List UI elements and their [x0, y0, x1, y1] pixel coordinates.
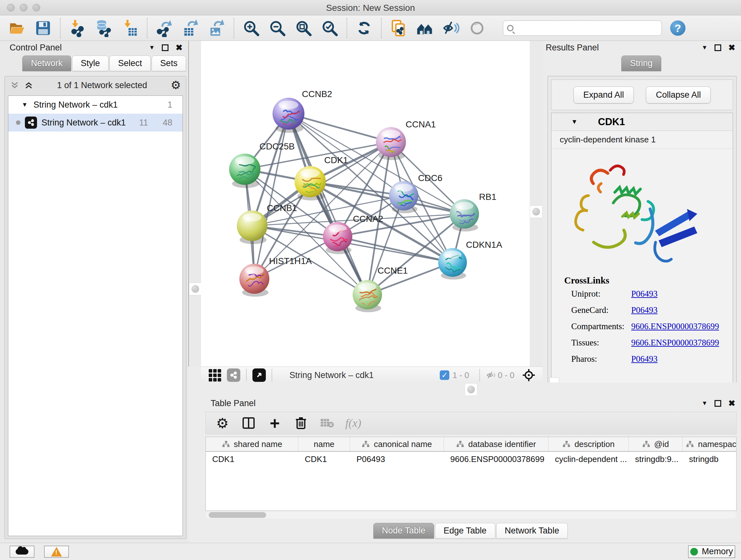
expand-all-icon[interactable] [24, 80, 33, 90]
splitter-knob[interactable] [192, 285, 199, 293]
collapse-all-icon[interactable] [10, 80, 19, 90]
crosslink-link[interactable]: 9606.ENSP00000378699 [631, 338, 719, 348]
export-table-icon[interactable] [181, 18, 200, 38]
memory-button[interactable]: Memory [688, 545, 735, 558]
network-manager: 1 of 1 Network selected ⚙ ▼ String Netwo… [4, 76, 186, 539]
network-node-CDC6[interactable] [389, 181, 423, 213]
column-header-description[interactable]: description [549, 437, 629, 451]
network-options-gear-icon[interactable]: ⚙ [171, 78, 181, 92]
selected-checkbox-icon[interactable]: ✓ [440, 370, 449, 380]
network-collection-row[interactable]: ▼ String Network – cdk1 1 [8, 96, 183, 114]
warnings-button[interactable] [44, 546, 69, 558]
expand-all-button[interactable]: Expand All [574, 86, 634, 104]
column-header-name[interactable]: name [298, 437, 350, 451]
cloud-button[interactable] [10, 546, 35, 558]
close-panel-icon[interactable]: ✖ [728, 43, 735, 53]
import-network-icon[interactable] [68, 18, 87, 38]
close-panel-icon[interactable]: ✖ [176, 43, 183, 53]
network-row[interactable]: String Network – cdk1 11 48 [8, 114, 183, 132]
home-icon[interactable] [415, 18, 434, 38]
control-panel: Control Panel ▼ ✖ NetworkStyleSelectSets… [0, 41, 188, 543]
fit-selected-crosshair-icon[interactable] [522, 368, 536, 382]
column-header--id[interactable]: @id [629, 437, 683, 451]
import-table-icon[interactable] [120, 18, 140, 38]
network-list: ▼ String Network – cdk1 1 String Network… [8, 96, 183, 536]
network-node-CDKN1A[interactable] [438, 248, 471, 280]
network-node-HIST1H1A[interactable] [239, 264, 274, 297]
column-header-shared-name[interactable]: shared name [206, 437, 298, 451]
float-panel-icon[interactable]: ▼ [701, 400, 708, 407]
collapse-all-button[interactable]: Collapse All [646, 86, 711, 104]
results-panel: Results Panel ▼ ✖ String Expand All Coll… [542, 41, 741, 396]
horizontal-splitter[interactable] [201, 382, 741, 396]
zoom-out-icon[interactable] [267, 18, 287, 38]
float-panel-icon[interactable]: ▼ [149, 44, 155, 51]
scrollbar-thumb[interactable] [209, 512, 266, 518]
save-session-icon[interactable] [33, 18, 53, 38]
create-column-icon[interactable]: + [267, 415, 282, 431]
network-node-CCNB1[interactable] [237, 210, 267, 244]
network-icon [25, 117, 37, 129]
float-panel-icon[interactable]: ▼ [701, 44, 708, 51]
table-row[interactable]: CDK1CDK1P064939606.ENSP00000378699cyclin… [206, 452, 736, 467]
splitter-knob[interactable] [532, 208, 540, 215]
birdseye-view-icon[interactable] [253, 368, 266, 382]
tab-string[interactable]: String [621, 56, 661, 71]
network-node-CDK1[interactable] [294, 166, 328, 202]
table-toolbar: ⚙ + f(x) [205, 412, 737, 434]
crosslink-link[interactable]: P06493 [631, 354, 658, 364]
table-horizontal-scrollbar[interactable] [205, 511, 737, 518]
open-session-icon[interactable] [7, 18, 27, 38]
crosslink-link[interactable]: P06493 [631, 305, 658, 315]
entry-expander-icon[interactable]: ▼ [571, 118, 578, 125]
show-columns-icon[interactable] [241, 415, 256, 431]
crosslink-link[interactable]: 9606.ENSP00000378699 [631, 321, 719, 331]
refresh-icon[interactable] [354, 18, 374, 38]
crosslinks-title: CrossLinks [564, 275, 733, 286]
tab-network[interactable]: Network [22, 56, 71, 71]
help-button[interactable]: ? [670, 20, 685, 36]
column-header-namespace[interactable]: namespace [683, 437, 737, 451]
export-network-icon[interactable] [154, 18, 174, 38]
tab-edge-table[interactable]: Edge Table [435, 523, 495, 539]
delete-column-icon[interactable] [293, 415, 309, 431]
tab-network-table[interactable]: Network Table [496, 523, 568, 539]
right-splitter[interactable] [530, 41, 542, 367]
tab-sets[interactable]: Sets [151, 56, 186, 71]
maximize-panel-icon[interactable] [715, 44, 721, 51]
close-panel-icon[interactable]: ✖ [728, 398, 735, 408]
export-image-icon[interactable] [207, 18, 226, 38]
node-label-CDKN1A: CDKN1A [466, 240, 502, 250]
table-cell: CDK1 [206, 452, 298, 467]
network-edge-CDK1-RB1 [310, 182, 464, 214]
tab-node-table[interactable]: Node Table [374, 523, 434, 539]
search-input[interactable] [517, 23, 658, 33]
tab-style[interactable]: Style [72, 56, 109, 71]
zoom-fit-icon[interactable] [293, 18, 313, 38]
collection-expander-icon[interactable]: ▼ [22, 101, 28, 108]
maximize-panel-icon[interactable] [715, 400, 721, 407]
left-splitter[interactable] [188, 41, 201, 367]
copy-to-clipboard-icon[interactable] [389, 18, 408, 38]
table-options-gear-icon[interactable]: ⚙ [215, 415, 230, 431]
network-node-RB1[interactable] [450, 199, 484, 232]
network-canvas[interactable]: CCNB2CCNA1CDC25BCDK1CDC6RB1CCNB1CCNA2CDK… [201, 41, 530, 367]
zoom-selected-icon[interactable] [320, 18, 340, 38]
network-node-CCNB2[interactable] [273, 98, 307, 133]
column-header-canonical-name[interactable]: canonical name [350, 437, 444, 451]
zoom-in-icon[interactable] [241, 18, 261, 38]
network-node-CDC25B[interactable] [229, 153, 264, 188]
crosslink-link[interactable]: P06493 [631, 289, 658, 299]
show-hidden-icon[interactable] [467, 18, 487, 38]
network-view-icon[interactable] [227, 368, 240, 382]
network-status-dot [16, 120, 20, 125]
grid-view-icon[interactable] [209, 369, 221, 381]
hide-selected-icon[interactable] [441, 18, 461, 38]
maximize-panel-icon[interactable] [162, 44, 169, 51]
tab-select[interactable]: Select [110, 56, 151, 71]
splitter-knob[interactable] [467, 386, 475, 393]
column-header-database-identifier[interactable]: database identifier [444, 437, 549, 451]
window-title: Session: New Session [0, 3, 741, 13]
import-network-from-database-icon[interactable] [94, 18, 114, 38]
search-box[interactable] [503, 20, 662, 36]
